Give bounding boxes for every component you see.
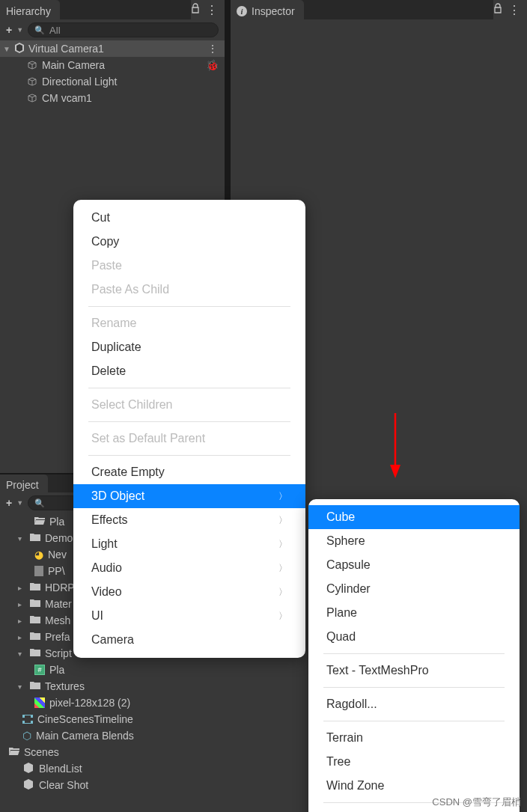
project-item-label: Main Camera Blends [36, 730, 134, 742]
menu-item[interactable]: Duplicate [73, 335, 305, 359]
hierarchy-item-label: Directional Light [42, 76, 117, 88]
project-item[interactable]: #Pla [0, 662, 225, 678]
menu-item[interactable]: Light〉 [73, 532, 305, 556]
hierarchy-item[interactable]: Directional Light [0, 73, 225, 90]
menu-item[interactable]: Ragdoll... [308, 692, 520, 716]
project-item-label: Pla [49, 664, 64, 676]
project-tab-label: Project [6, 479, 39, 491]
add-icon[interactable]: + [6, 497, 12, 509]
lock-icon[interactable] [191, 3, 200, 16]
folder-icon [30, 598, 40, 610]
menu-item: Paste As Child [73, 278, 305, 302]
menu-separator [88, 388, 290, 388]
menu-item[interactable]: Delete [73, 359, 305, 383]
menu-item-label: Paste [91, 259, 122, 272]
menu-separator [323, 721, 505, 721]
foldout-icon[interactable]: ▾ [18, 683, 25, 691]
menu-item-label: Ragdoll... [326, 697, 377, 711]
hierarchy-search-input[interactable]: 🔍All [28, 22, 219, 37]
search-icon: 🔍 [34, 25, 45, 35]
menu-item[interactable]: Sphere [308, 529, 520, 553]
scene-menu-icon[interactable]: ⋮ [207, 43, 219, 55]
menu-item-label: Light [91, 537, 118, 551]
project-item[interactable]: ▾Textures [0, 678, 225, 695]
gameobject-icon [27, 76, 39, 87]
search-icon: 🔍 [34, 498, 45, 508]
menu-item-label: Set as Default Parent [91, 432, 205, 445]
menu-item[interactable]: Quad [308, 625, 520, 649]
menu-item[interactable]: Terrain [308, 726, 520, 750]
project-item-label: Scenes [24, 746, 59, 758]
inspector-tab[interactable]: i Inspector [231, 0, 304, 19]
foldout-icon[interactable]: ▾ [18, 650, 25, 658]
menu-item-label: Terrain [326, 731, 363, 745]
scene-icon [22, 762, 34, 776]
menu-item[interactable]: Camera [73, 628, 305, 652]
project-item[interactable]: pixel-128x128 (2) [0, 695, 225, 711]
bug-icon: 🐞 [206, 59, 219, 71]
menu-item-label: Duplicate [91, 341, 141, 354]
add-dropdown-icon[interactable]: ▼ [16, 499, 23, 507]
project-item[interactable]: CineScenesTimeline [0, 711, 225, 727]
hierarchy-item[interactable]: Main Camera🐞 [0, 57, 225, 73]
menu-item[interactable]: Create Empty [73, 460, 305, 484]
menu-item[interactable]: Text - TextMeshPro [308, 659, 520, 683]
menu-item: Select Children [73, 393, 305, 417]
scene-row[interactable]: ▼ Virtual Camera1 ⋮ [0, 40, 225, 57]
annotation-arrow [384, 409, 406, 484]
menu-item[interactable]: Cylinder [308, 577, 520, 601]
menu-item[interactable]: 3D Object〉 [73, 484, 305, 508]
project-item-label: BlendList [39, 763, 82, 775]
menu-item-label: Select Children [91, 398, 173, 412]
menu-separator [88, 421, 290, 422]
foldout-icon[interactable]: ▸ [18, 584, 25, 592]
project-item-label: Mater [45, 598, 72, 610]
hierarchy-item[interactable]: CM vcam1 [0, 90, 225, 106]
menu-item[interactable]: Copy [73, 230, 305, 254]
folder-icon [30, 532, 40, 544]
hierarchy-tabbar: Hierarchy ⋮ [0, 0, 225, 19]
menu-item-label: Camera [91, 633, 134, 647]
add-dropdown-icon[interactable]: ▼ [16, 26, 23, 34]
menu-item-label: Wind Zone [326, 779, 384, 793]
project-item[interactable]: ⬡Main Camera Blends [0, 727, 225, 744]
inspector-tabbar: i Inspector ⋮ [231, 0, 527, 19]
project-item[interactable]: Clear Shot [0, 777, 225, 793]
project-item-label: Textures [45, 680, 85, 692]
folder-icon [30, 631, 40, 643]
project-item-label: CineScenesTimeline [37, 713, 133, 725]
panel-menu-icon[interactable]: ⋮ [206, 3, 219, 17]
lock-icon[interactable] [493, 3, 502, 16]
menu-item[interactable]: Cut [73, 206, 305, 230]
unity-icon [13, 42, 25, 56]
foldout-icon[interactable]: ▸ [18, 600, 25, 608]
menu-item[interactable]: Tree [308, 750, 520, 774]
menu-item[interactable]: Wind Zone [308, 774, 520, 798]
foldout-icon[interactable]: ▾ [18, 534, 25, 543]
add-icon[interactable]: + [6, 24, 12, 36]
menu-item[interactable]: Effects〉 [73, 508, 305, 532]
hierarchy-tab[interactable]: Hierarchy [0, 0, 60, 19]
menu-item-label: Effects [91, 513, 128, 527]
menu-item[interactable]: Plane [308, 601, 520, 625]
menu-item: Paste [73, 254, 305, 278]
menu-item[interactable]: Audio〉 [73, 556, 305, 580]
foldout-icon[interactable]: ▼ [3, 45, 10, 53]
project-item[interactable]: BlendList [0, 760, 225, 777]
project-tab[interactable]: Project [0, 474, 48, 492]
menu-item[interactable]: Capsule [308, 553, 520, 577]
context-submenu: CubeSphereCapsuleCylinderPlaneQuadText -… [308, 499, 520, 812]
folder-icon [30, 614, 40, 626]
menu-item[interactable]: UI〉 [73, 604, 305, 628]
menu-item[interactable]: Cube [308, 505, 520, 529]
menu-item-label: Capsule [326, 558, 371, 572]
project-item-label: Script [45, 647, 72, 659]
foldout-icon[interactable]: ▸ [18, 633, 25, 641]
foldout-icon[interactable]: ▸ [18, 617, 25, 625]
project-item[interactable]: Scenes [0, 744, 225, 760]
menu-item[interactable]: Video〉 [73, 580, 305, 604]
menu-item-label: UI [91, 609, 103, 623]
hierarchy-toolbar: +▼ 🔍All [0, 19, 225, 40]
folder-icon [30, 647, 40, 659]
panel-menu-icon[interactable]: ⋮ [508, 3, 521, 17]
